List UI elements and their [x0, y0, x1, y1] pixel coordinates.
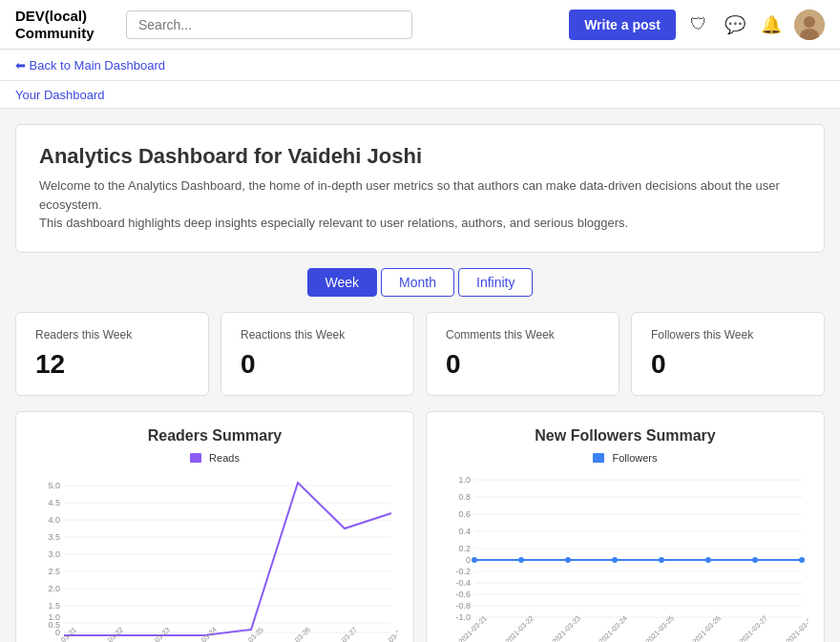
followers-svg: 1.0 0.8 0.6 0.4 0.2 0 -0.2 -0.4 -0.6 -0.… [442, 471, 808, 643]
svg-point-57 [612, 557, 618, 563]
svg-text:0: 0 [466, 555, 471, 565]
stat-readers: Readers this Week 12 [15, 312, 209, 396]
stat-followers-label: Followers this Week [651, 328, 805, 342]
svg-text:2021-03-27: 2021-03-27 [326, 625, 358, 642]
svg-text:0.4: 0.4 [458, 527, 471, 536]
readers-svg: 5.0 4.5 4.0 3.5 3.0 2.5 2.0 1.5 1.0 0.5 … [32, 471, 398, 643]
reads-legend-dot [190, 453, 201, 463]
logo: DEV(local) Community [15, 8, 111, 42]
followers-chart-legend: Followers [442, 452, 808, 464]
svg-text:2021-03-25: 2021-03-25 [233, 625, 264, 642]
svg-text:-0.6: -0.6 [455, 590, 471, 599]
svg-text:2021-03-25: 2021-03-25 [643, 613, 675, 642]
readers-chart-area: 5.0 4.5 4.0 3.5 3.0 2.5 2.0 1.5 1.0 0.5 … [32, 471, 398, 643]
followers-legend-dot [593, 453, 604, 463]
reads-legend-label: Reads [209, 452, 240, 464]
stat-readers-value: 12 [35, 349, 189, 380]
svg-text:2021-03-23: 2021-03-23 [550, 613, 581, 642]
svg-text:0.6: 0.6 [458, 509, 471, 519]
stat-followers: Followers this Week 0 [631, 312, 825, 396]
tab-infinity[interactable]: Infinity [458, 268, 533, 297]
svg-text:-0.2: -0.2 [455, 567, 471, 576]
svg-text:2021-03-27: 2021-03-27 [737, 613, 768, 642]
svg-text:2.5: 2.5 [48, 567, 60, 576]
stat-comments-label: Comments this Week [446, 328, 599, 342]
svg-point-58 [659, 557, 664, 563]
write-post-button[interactable]: Write a post [569, 10, 676, 40]
followers-legend-label: Followers [612, 452, 657, 464]
stat-comments-value: 0 [446, 349, 599, 380]
svg-text:4.5: 4.5 [48, 498, 60, 507]
tabs-row: Week Month Infinity [15, 268, 825, 297]
svg-point-54 [472, 557, 477, 563]
svg-point-61 [799, 557, 805, 563]
stat-readers-label: Readers this Week [35, 328, 189, 342]
analytics-title: Analytics Dashboard for Vaidehi Joshi [39, 144, 801, 169]
stats-row: Readers this Week 12 Reactions this Week… [15, 312, 825, 396]
svg-text:1.5: 1.5 [48, 601, 60, 611]
svg-text:3.5: 3.5 [48, 532, 60, 542]
svg-text:0.8: 0.8 [458, 492, 471, 502]
svg-text:2021-03-24: 2021-03-24 [186, 625, 218, 642]
svg-text:4.0: 4.0 [48, 515, 60, 525]
svg-text:1.0: 1.0 [458, 475, 471, 485]
avatar[interactable] [794, 10, 825, 40]
svg-text:-1.0: -1.0 [455, 612, 471, 622]
readers-chart-card: Readers Summary Reads 5.0 4.5 4.0 3.5 3.… [15, 411, 414, 643]
svg-text:5.0: 5.0 [48, 481, 60, 490]
stat-comments: Comments this Week 0 [426, 312, 620, 396]
header-actions: Write a post 🛡 💬 🔔 [569, 10, 825, 40]
shield-icon[interactable]: 🛡 [685, 11, 712, 38]
back-to-main-link[interactable]: ⬅ Back to Main Dashboard [15, 58, 165, 72]
svg-text:-0.4: -0.4 [455, 578, 471, 588]
stat-reactions-value: 0 [241, 349, 394, 380]
svg-point-55 [518, 557, 524, 563]
main-content: Analytics Dashboard for Vaidehi Joshi We… [0, 109, 840, 642]
followers-chart-card: New Followers Summary Followers 1.0 0.8 … [426, 411, 825, 643]
tab-month[interactable]: Month [381, 268, 454, 297]
search-bar [126, 10, 412, 39]
svg-point-1 [804, 16, 815, 28]
followers-chart-area: 1.0 0.8 0.6 0.4 0.2 0 -0.2 -0.4 -0.6 -0.… [442, 471, 808, 643]
breadcrumb-bar: ⬅ Back to Main Dashboard [0, 50, 840, 81]
chat-icon[interactable]: 💬 [722, 11, 748, 38]
svg-text:2021-03-24: 2021-03-24 [597, 613, 628, 642]
svg-text:-0.8: -0.8 [455, 601, 471, 611]
subnav: Your Dashboard [0, 81, 840, 109]
svg-text:2021-03-23: 2021-03-23 [139, 625, 171, 642]
header: DEV(local) Community Write a post 🛡 💬 🔔 [0, 0, 840, 50]
search-input[interactable] [126, 10, 412, 39]
followers-chart-title: New Followers Summary [442, 427, 808, 445]
charts-top-row: Readers Summary Reads 5.0 4.5 4.0 3.5 3.… [15, 411, 825, 643]
svg-point-59 [705, 557, 711, 563]
readers-chart-legend: Reads [32, 452, 398, 464]
svg-point-60 [752, 557, 758, 563]
analytics-desc-2: This dashboard highlights deep insights … [39, 214, 801, 233]
stat-followers-value: 0 [651, 349, 805, 380]
tab-week[interactable]: Week [307, 268, 378, 297]
svg-text:0.2: 0.2 [458, 544, 471, 553]
svg-text:3.0: 3.0 [48, 549, 60, 559]
readers-chart-title: Readers Summary [32, 427, 398, 445]
svg-point-56 [565, 557, 571, 563]
svg-text:2021-03-28: 2021-03-28 [373, 625, 398, 642]
svg-text:2021-03-28: 2021-03-28 [784, 613, 808, 642]
analytics-header-card: Analytics Dashboard for Vaidehi Joshi We… [15, 124, 825, 253]
stat-reactions-label: Reactions this Week [241, 328, 394, 342]
analytics-desc-1: Welcome to the Analytics Dashboard, the … [39, 176, 801, 214]
svg-text:2021-03-26: 2021-03-26 [280, 625, 311, 642]
stat-reactions: Reactions this Week 0 [220, 312, 414, 396]
svg-text:2021-03-26: 2021-03-26 [690, 613, 722, 642]
svg-text:2021-03-22: 2021-03-22 [93, 625, 124, 642]
svg-text:0: 0 [55, 628, 60, 637]
your-dashboard-link[interactable]: Your Dashboard [15, 88, 104, 108]
svg-text:2021-03-22: 2021-03-22 [503, 613, 535, 642]
bell-icon[interactable]: 🔔 [758, 11, 785, 38]
svg-text:2.0: 2.0 [48, 584, 60, 593]
